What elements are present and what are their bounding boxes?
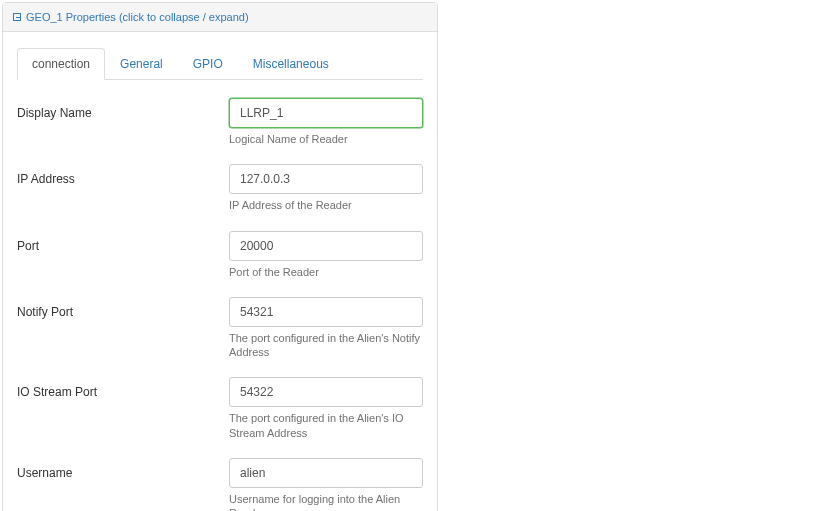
tab-gpio[interactable]: GPIO <box>178 48 238 80</box>
field-notify-port: The port configured in the Alien's Notif… <box>229 297 423 360</box>
properties-panel: GEO_1 Properties (click to collapse / ex… <box>2 2 438 511</box>
input-username[interactable] <box>229 458 423 488</box>
row-display-name: Display Name Logical Name of Reader <box>17 98 423 146</box>
row-ip-address: IP Address IP Address of the Reader <box>17 164 423 212</box>
row-notify-port: Notify Port The port configured in the A… <box>17 297 423 360</box>
collapse-icon <box>13 13 21 21</box>
label-port: Port <box>17 231 229 279</box>
panel-body: connection General GPIO Miscellaneous Di… <box>3 32 437 511</box>
field-ip-address: IP Address of the Reader <box>229 164 423 212</box>
label-io-stream-port: IO Stream Port <box>17 377 229 440</box>
input-display-name[interactable] <box>229 98 423 128</box>
label-ip-address: IP Address <box>17 164 229 212</box>
row-username: Username Username for logging into the A… <box>17 458 423 511</box>
help-username: Username for logging into the Alien Read… <box>229 492 423 511</box>
row-port: Port Port of the Reader <box>17 231 423 279</box>
tab-connection[interactable]: connection <box>17 48 105 80</box>
help-notify-port: The port configured in the Alien's Notif… <box>229 331 423 360</box>
field-display-name: Logical Name of Reader <box>229 98 423 146</box>
panel-header[interactable]: GEO_1 Properties (click to collapse / ex… <box>3 3 437 32</box>
help-display-name: Logical Name of Reader <box>229 132 423 146</box>
field-port: Port of the Reader <box>229 231 423 279</box>
help-io-stream-port: The port configured in the Alien's IO St… <box>229 411 423 440</box>
label-username: Username <box>17 458 229 511</box>
label-notify-port: Notify Port <box>17 297 229 360</box>
input-io-stream-port[interactable] <box>229 377 423 407</box>
field-username: Username for logging into the Alien Read… <box>229 458 423 511</box>
field-io-stream-port: The port configured in the Alien's IO St… <box>229 377 423 440</box>
input-notify-port[interactable] <box>229 297 423 327</box>
panel-title: GEO_1 Properties (click to collapse / ex… <box>26 11 249 23</box>
input-ip-address[interactable] <box>229 164 423 194</box>
tabs: connection General GPIO Miscellaneous <box>17 48 423 80</box>
tab-general[interactable]: General <box>105 48 178 80</box>
help-port: Port of the Reader <box>229 265 423 279</box>
label-display-name: Display Name <box>17 98 229 146</box>
row-io-stream-port: IO Stream Port The port configured in th… <box>17 377 423 440</box>
tab-miscellaneous[interactable]: Miscellaneous <box>238 48 344 80</box>
help-ip-address: IP Address of the Reader <box>229 198 423 212</box>
input-port[interactable] <box>229 231 423 261</box>
